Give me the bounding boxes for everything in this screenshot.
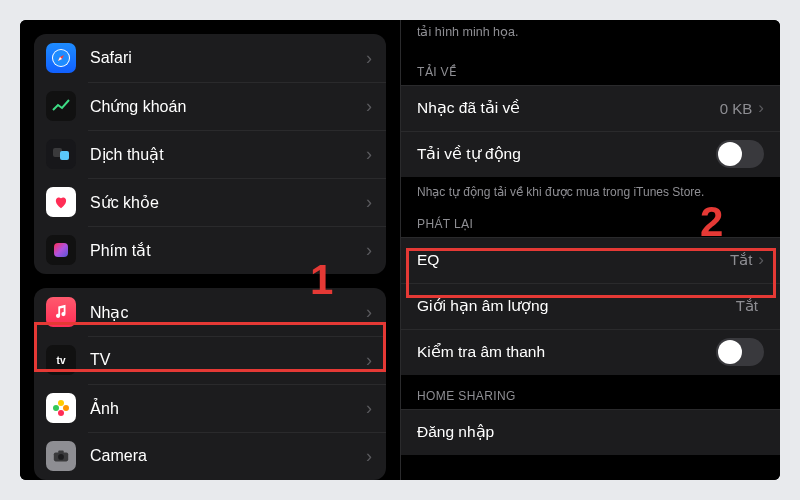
translate-icon: [46, 139, 76, 169]
eq-row[interactable]: EQ Tắt ›: [401, 237, 780, 283]
chevron-right-icon: ›: [366, 446, 372, 467]
chevron-right-icon: ›: [366, 144, 372, 165]
settings-row-label: Phím tắt: [90, 241, 366, 260]
settings-list-group-2: Nhạc › tv TV › Ảnh ›: [34, 288, 386, 480]
photos-icon: [46, 393, 76, 423]
svg-point-7: [58, 400, 64, 406]
svg-rect-13: [58, 451, 63, 454]
safari-icon: [46, 43, 76, 73]
settings-row-photos[interactable]: Ảnh ›: [34, 384, 386, 432]
settings-row-translate[interactable]: Dịch thuật ›: [34, 130, 386, 178]
downloads-section-header: TẢI VỀ: [401, 51, 780, 85]
svg-point-9: [58, 410, 64, 416]
settings-row-label: Ảnh: [90, 399, 366, 418]
signin-row[interactable]: Đăng nhập: [401, 409, 780, 455]
camera-icon: [46, 441, 76, 471]
chevron-right-icon: ›: [366, 350, 372, 371]
truncated-caption: tải hình minh họa.: [401, 20, 780, 51]
svg-point-12: [58, 454, 64, 460]
chevron-right-icon: ›: [366, 96, 372, 117]
row-label: Tải về tự động: [417, 145, 716, 163]
health-icon: [46, 187, 76, 217]
home-sharing-section-header: HOME SHARING: [401, 375, 780, 409]
svg-rect-5: [60, 151, 69, 160]
row-value: Tắt: [730, 251, 752, 269]
playback-section-header: PHÁT LẠI: [401, 203, 780, 237]
row-label: Giới hạn âm lượng: [417, 297, 736, 315]
row-label: Kiểm tra âm thanh: [417, 343, 716, 361]
auto-download-row[interactable]: Tải về tự động: [401, 131, 780, 177]
settings-row-shortcuts[interactable]: Phím tắt ›: [34, 226, 386, 274]
settings-row-camera[interactable]: Camera ›: [34, 432, 386, 480]
settings-row-health[interactable]: Sức khỏe ›: [34, 178, 386, 226]
chevron-right-icon: ›: [366, 302, 372, 323]
stocks-icon: [46, 91, 76, 121]
chevron-right-icon: ›: [366, 192, 372, 213]
settings-list-group-1: Safari › Chứng khoán › Dịch thuật ›: [34, 34, 386, 274]
settings-row-music[interactable]: Nhạc ›: [34, 288, 386, 336]
shortcuts-icon: [46, 235, 76, 265]
music-settings-pane: tải hình minh họa. TẢI VỀ Nhạc đã tải về…: [400, 20, 780, 480]
svg-point-8: [63, 405, 69, 411]
settings-row-label: Camera: [90, 447, 366, 465]
settings-row-label: Nhạc: [90, 303, 366, 322]
chevron-right-icon: ›: [758, 250, 764, 270]
row-value: Tắt: [736, 297, 758, 315]
settings-row-label: Sức khỏe: [90, 193, 366, 212]
sound-check-toggle[interactable]: [716, 338, 764, 366]
settings-row-safari[interactable]: Safari ›: [34, 34, 386, 82]
svg-point-10: [53, 405, 59, 411]
auto-download-toggle[interactable]: [716, 140, 764, 168]
chevron-right-icon: ›: [366, 48, 372, 69]
settings-row-stocks[interactable]: Chứng khoán ›: [34, 82, 386, 130]
settings-row-tv[interactable]: tv TV ›: [34, 336, 386, 384]
chevron-right-icon: ›: [366, 240, 372, 261]
settings-row-label: Dịch thuật: [90, 145, 366, 164]
signin-link[interactable]: Đăng nhập: [417, 423, 764, 441]
settings-row-label: Chứng khoán: [90, 97, 366, 116]
settings-row-label: Safari: [90, 49, 366, 67]
settings-row-label: TV: [90, 351, 366, 369]
row-label: EQ: [417, 251, 730, 269]
music-icon: [46, 297, 76, 327]
row-value: 0 KB: [720, 100, 753, 117]
settings-app-list-pane: Safari › Chứng khoán › Dịch thuật ›: [20, 20, 400, 480]
chevron-right-icon: ›: [758, 98, 764, 118]
list-gap: [20, 274, 400, 288]
svg-rect-6: [54, 243, 68, 257]
row-label: Nhạc đã tải về: [417, 99, 720, 117]
chevron-right-icon: ›: [366, 398, 372, 419]
volume-limit-row[interactable]: Giới hạn âm lượng Tắt: [401, 283, 780, 329]
tutorial-frame: Safari › Chứng khoán › Dịch thuật ›: [20, 20, 780, 480]
downloaded-music-row[interactable]: Nhạc đã tải về 0 KB ›: [401, 85, 780, 131]
sound-check-row[interactable]: Kiểm tra âm thanh: [401, 329, 780, 375]
downloads-footnote: Nhạc tự động tải về khi được mua trong i…: [401, 177, 780, 203]
appletv-icon: tv: [46, 345, 76, 375]
